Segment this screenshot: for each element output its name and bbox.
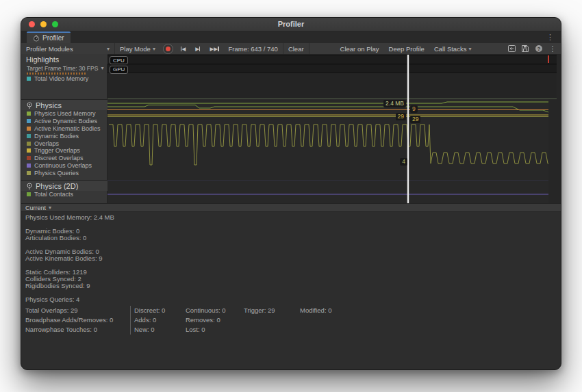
- clear-on-play-toggle[interactable]: Clear on Play: [336, 43, 384, 54]
- module-physics-2d: Physics (2D) Total Contacts: [21, 181, 107, 203]
- physics-2d-icon: [26, 183, 33, 190]
- gpu-row[interactable]: GPU: [107, 64, 557, 73]
- legend-item[interactable]: Dynamic Bodies: [21, 132, 107, 140]
- module-legend-panel: Highlights Target Frame Time: 30 FPS ▾ T…: [21, 54, 107, 203]
- previous-frame-button[interactable]: ◀: [176, 43, 190, 54]
- legend-item[interactable]: Overlaps: [21, 140, 107, 147]
- chart-area: Highlights Target Frame Time: 30 FPS ▾ T…: [21, 54, 561, 203]
- cpu-row[interactable]: CPU: [107, 55, 557, 64]
- tab-overflow-menu-icon[interactable]: ⋮: [546, 33, 554, 42]
- highlights-chart[interactable]: CPU GPU: [107, 54, 557, 99]
- physics-2d-chart-lines: [107, 181, 548, 203]
- tab-label: Profiler: [42, 34, 64, 42]
- legend-color-swatch: [27, 142, 31, 146]
- module-title: Physics: [36, 101, 62, 109]
- next-frame-button[interactable]: ▶: [190, 43, 205, 54]
- profiler-window: Profiler Profiler ⋮ Profiler Modules ▾ P…: [21, 17, 561, 370]
- selected-frame-line[interactable]: [407, 55, 409, 203]
- physics-chart[interactable]: 2.4 MB929294: [107, 99, 548, 180]
- physics-header[interactable]: Physics: [21, 100, 107, 110]
- chart-value-badge: 29: [410, 116, 420, 123]
- cpu-frame-marker: [548, 55, 550, 63]
- detail-line: Physics Queries: 4: [25, 296, 561, 303]
- module-highlights: Highlights Target Frame Time: 30 FPS ▾ T…: [21, 54, 107, 99]
- save-icon: [522, 45, 529, 52]
- legend-color-swatch: [27, 164, 31, 168]
- legend-color-swatch: [27, 148, 31, 153]
- module-physics: Physics Physics Used Memory Active Dynam…: [21, 100, 107, 180]
- clear-button[interactable]: Clear: [283, 43, 309, 54]
- window-title: Profiler: [21, 20, 561, 28]
- detail-line: Articulation Bodies: 0: [25, 235, 561, 241]
- chevron-down-icon: ▾: [101, 65, 103, 71]
- module-title: Highlights: [26, 55, 59, 64]
- chart-value-badge: 9: [410, 105, 418, 113]
- module-title: Physics (2D): [36, 182, 78, 190]
- table-row: Narrowphase Touches: 0 New: 0 Lost: 0: [25, 325, 561, 335]
- legend-item-total-contacts[interactable]: Total Contacts: [21, 191, 107, 198]
- legend-color-swatch: [27, 171, 31, 175]
- legend-item[interactable]: Physics Queries: [21, 169, 107, 177]
- legend-color-swatch: [27, 127, 31, 131]
- toolbar: Profiler Modules ▾ Play Mode ▾ ◀ ▶ ▶▶ Fr…: [21, 43, 561, 55]
- legend-item[interactable]: Continuous Overlaps: [21, 162, 107, 170]
- frame-counter: Frame: 643 / 740: [224, 43, 283, 54]
- legend-item[interactable]: Physics Used Memory: [21, 110, 107, 118]
- chevron-down-icon: ▾: [468, 46, 471, 52]
- charts-column: CPU GPU 2.4 MB929294 ▲: [107, 54, 557, 203]
- details-pane: Physics Used Memory: 2.4 MB Dynamic Bodi…: [21, 212, 561, 370]
- tab-bar: Profiler ⋮: [21, 31, 561, 43]
- play-mode-dropdown[interactable]: Play Mode ▾: [115, 43, 160, 54]
- table-row: Total Overlaps: 29 Discreet: 0 Continuou…: [25, 306, 561, 315]
- help-icon: ?: [535, 45, 542, 52]
- chart-value-badge: 4: [400, 158, 407, 166]
- kebab-menu-icon: ⋮: [549, 44, 557, 53]
- chevron-down-icon: ▾: [153, 46, 155, 52]
- detail-line: Rigidbodies Synced: 9: [25, 283, 561, 289]
- physics-2d-chart[interactable]: [107, 180, 548, 203]
- legend-color-swatch: [27, 192, 31, 196]
- load-profile-button[interactable]: [507, 44, 516, 53]
- clipped-legend-item: [27, 73, 86, 75]
- legend-item[interactable]: Active Dynamic Bodies: [21, 118, 107, 125]
- tab-profiler[interactable]: Profiler: [27, 31, 71, 43]
- record-button[interactable]: [163, 44, 173, 54]
- chart-value-badge: 29: [396, 113, 406, 120]
- chevron-down-icon: ▾: [107, 46, 110, 52]
- help-button[interactable]: ?: [534, 44, 544, 53]
- detail-line: Active Kinematic Bodies: 9: [25, 255, 561, 262]
- record-icon: [166, 47, 170, 51]
- toolbar-menu-button[interactable]: ⋮: [548, 44, 557, 53]
- deep-profile-toggle[interactable]: Deep Profile: [384, 43, 429, 54]
- detail-line: Active Dynamic Bodies: 0: [25, 248, 561, 255]
- load-icon: [508, 45, 516, 52]
- legend-item[interactable]: Discreet Overlaps: [21, 155, 107, 162]
- target-frame-time-dropdown[interactable]: Target Frame Time: 30 FPS ▾: [21, 64, 107, 72]
- legend-item[interactable]: Trigger Overlaps: [21, 147, 107, 155]
- detail-line: Dynamic Bodies: 0: [25, 228, 561, 235]
- details-mode-bar: Current ▾: [21, 203, 561, 212]
- legend-color-swatch: [27, 77, 31, 81]
- current-frame-button[interactable]: ▶▶: [205, 43, 223, 54]
- profiler-icon: [33, 35, 40, 42]
- toolbar-separator: [309, 43, 309, 54]
- detail-line: Static Colliders: 1219: [25, 269, 561, 276]
- table-row: Broadphase Adds/Removes: 0 Adds: 0 Remov…: [25, 315, 561, 325]
- detail-line: Physics Used Memory: 2.4 MB: [25, 214, 561, 221]
- cpu-row-label: CPU: [110, 56, 128, 64]
- chevron-down-icon: ▾: [49, 205, 51, 211]
- overlaps-table: Total Overlaps: 29 Discreet: 0 Continuou…: [25, 306, 561, 335]
- chart-value-badge: 2.4 MB: [383, 100, 406, 107]
- physics-2d-header[interactable]: Physics (2D): [21, 181, 107, 191]
- physics-chart-lines: [107, 99, 548, 180]
- save-profile-button[interactable]: [520, 44, 530, 53]
- call-stacks-dropdown[interactable]: Call Stacks ▾: [429, 43, 477, 54]
- legend-color-swatch: [27, 119, 31, 123]
- legend-color-swatch: [27, 156, 31, 160]
- titlebar: Profiler: [21, 18, 561, 31]
- highlights-header[interactable]: Highlights: [21, 54, 107, 64]
- legend-item-total-video-memory[interactable]: Total Video Memory: [21, 75, 107, 83]
- legend-item[interactable]: Active Kinematic Bodies: [21, 125, 107, 133]
- profiler-modules-dropdown[interactable]: Profiler Modules ▾: [21, 43, 114, 54]
- legend-color-swatch: [27, 112, 31, 116]
